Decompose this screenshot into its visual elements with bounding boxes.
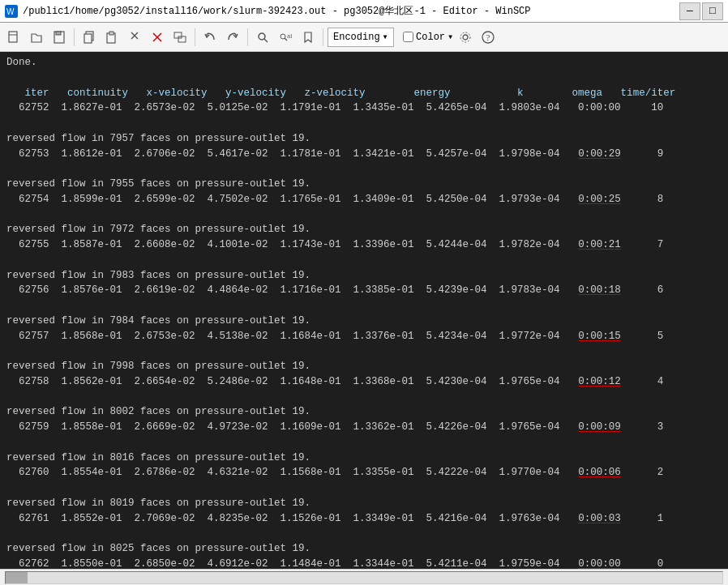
separator-4 <box>323 28 323 46</box>
encoding-arrow: ▾ <box>383 31 388 43</box>
redo-icon <box>226 31 239 44</box>
search-button[interactable] <box>252 27 273 48</box>
title-bar-left: W /public1/home/pg3052/install16/work/sl… <box>5 4 531 18</box>
title-bar: W /public1/home/pg3052/install16/work/sl… <box>0 0 728 23</box>
new-button[interactable] <box>3 27 24 48</box>
search2-button[interactable]: ab <box>275 27 296 48</box>
bookmarks-icon <box>302 31 315 44</box>
notice-line: reversed flow in 7983 faces on pressure-… <box>6 270 310 281</box>
separator-1 <box>74 28 75 46</box>
color-checkbox[interactable] <box>403 32 413 42</box>
color-label[interactable]: Color <box>416 32 445 43</box>
notice-line: reversed flow in 7955 faces on pressure-… <box>6 178 310 190</box>
svg-rect-9 <box>109 32 113 35</box>
redo-button[interactable] <box>222 27 243 48</box>
iter-line: 62754 1.8599e-01 2.6599e-02 4.7502e-02 1… <box>6 194 663 205</box>
separator-2 <box>195 28 195 46</box>
iter-line: 62755 1.8587e-01 2.6608e-02 4.1001e-02 1… <box>6 239 663 250</box>
svg-rect-5 <box>56 32 61 35</box>
copy-button[interactable] <box>79 27 100 48</box>
find-replace-icon <box>173 31 186 44</box>
notice-line: reversed flow in 8025 faces on pressure-… <box>6 543 310 554</box>
minimize-button[interactable]: — <box>679 2 700 20</box>
notice-line: reversed flow in 8016 faces on pressure-… <box>6 452 310 463</box>
encoding-label: Encoding <box>333 32 380 43</box>
save-button[interactable] <box>49 27 70 48</box>
svg-text:?: ? <box>486 32 490 42</box>
separator-3 <box>247 28 248 46</box>
svg-point-21 <box>463 35 468 40</box>
notice-line: reversed flow in 7984 faces on pressure-… <box>6 315 310 327</box>
undo-button[interactable] <box>199 27 221 48</box>
iter-line: 62752 1.8627e-01 2.6573e-02 5.0125e-02 1… <box>6 102 663 113</box>
iter-line: 62758 1.8562e-01 2.6654e-02 5.2486e-02 1… <box>6 376 663 387</box>
iter-line: 62759 1.8558e-01 2.6669e-02 4.9723e-02 1… <box>6 421 663 433</box>
maximize-button[interactable]: □ <box>702 2 723 20</box>
encoding-dropdown[interactable]: Encoding ▾ <box>328 28 394 47</box>
paste-button[interactable] <box>101 27 122 48</box>
iter-line: 62756 1.8576e-01 2.6619e-02 4.4864e-02 1… <box>6 284 663 296</box>
color-arrow: ▾ <box>448 31 453 43</box>
search-icon <box>256 31 269 44</box>
toolbar: ab Encoding ▾ Color ▾ ? <box>0 23 728 52</box>
paste-icon <box>105 31 118 44</box>
find-replace-button[interactable] <box>169 27 191 48</box>
color-checkbox-group: Color ▾ <box>403 31 453 43</box>
help-icon: ? <box>482 31 495 44</box>
replace-icon: ab <box>279 31 292 44</box>
open-button[interactable] <box>26 27 47 48</box>
svg-point-16 <box>259 33 265 40</box>
open-icon <box>30 31 43 44</box>
svg-text:W: W <box>6 7 15 16</box>
gear-icon <box>459 31 472 44</box>
help-button[interactable]: ? <box>477 27 499 48</box>
svg-point-22 <box>460 32 470 42</box>
copy-icon <box>83 31 96 44</box>
delete-icon <box>151 31 164 44</box>
notice-line: reversed flow in 7972 faces on pressure-… <box>6 224 310 235</box>
iter-line: 62760 1.8554e-01 2.6786e-02 4.6321e-02 1… <box>6 467 663 478</box>
status-bar <box>0 569 728 585</box>
save-icon <box>53 31 66 44</box>
delete-button[interactable] <box>147 27 168 48</box>
iter-line: 62757 1.8568e-01 2.6753e-02 4.5138e-02 1… <box>6 331 663 342</box>
new-icon <box>7 31 20 44</box>
editor-content[interactable]: Done. iter continuity x-velocity y-veloc… <box>0 52 728 569</box>
title-bar-controls: — □ <box>679 2 723 20</box>
window-title: /public1/home/pg3052/install16/work/slur… <box>23 4 531 18</box>
header-line: iter continuity x-velocity y-velocity z-… <box>6 88 675 99</box>
cut-icon <box>128 31 141 44</box>
svg-rect-7 <box>84 34 92 43</box>
iter-line: 62762 1.8550e-01 2.6850e-02 4.6912e-02 1… <box>6 558 663 569</box>
cut-button[interactable] <box>124 27 145 48</box>
notice-line: reversed flow in 7998 faces on pressure-… <box>6 361 310 372</box>
notice-line: reversed flow in 8019 faces on pressure-… <box>6 497 310 509</box>
notice-line: reversed flow in 7957 faces on pressure-… <box>6 133 310 144</box>
app-icon: W <box>5 5 18 18</box>
notice-line: reversed flow in 8002 faces on pressure-… <box>6 406 310 417</box>
iter-line: 62761 1.8552e-01 2.7069e-02 4.8235e-02 1… <box>6 513 663 524</box>
done-line: Done. <box>6 57 37 68</box>
svg-text:ab: ab <box>287 33 292 40</box>
settings-button[interactable] <box>455 27 476 48</box>
svg-rect-2 <box>9 32 17 42</box>
undo-icon <box>203 31 216 44</box>
bookmarks-button[interactable] <box>298 27 319 48</box>
svg-line-17 <box>264 39 268 42</box>
iter-line: 62753 1.8612e-01 2.6706e-02 5.4617e-02 1… <box>6 148 663 160</box>
